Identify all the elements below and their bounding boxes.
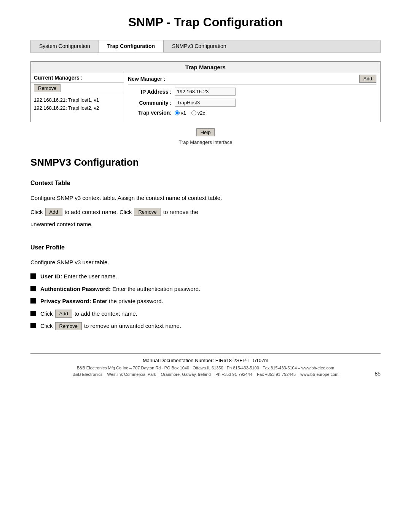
trap-managers-title: Trap Managers: [31, 62, 380, 72]
ip-address-label: IP Address :: [128, 89, 172, 95]
current-managers-list: 192.168.16.21: TrapHost1, v1 192.168.16.…: [31, 94, 124, 115]
bullet-auth-bold: Authentication Password:: [40, 286, 111, 292]
snmpv3-title: SNMPV3 Configuration: [30, 157, 381, 168]
tab-trap-config[interactable]: Trap Configuration: [99, 40, 164, 53]
user-profile-description: Configure SNMP v3 user table.: [30, 258, 381, 267]
bullet-icon-4: [30, 311, 36, 316]
context-table-title: Context Table: [30, 180, 381, 187]
manager-entry-2: 192.168.16.22: TrapHost2, v2: [34, 104, 121, 112]
new-manager-header: New Manager :: [128, 76, 166, 82]
trap-managers-body: Current Managers : Remove 192.168.16.21:…: [31, 72, 380, 122]
user-profile-subsection: User Profile Configure SNMP v3 user tabl…: [30, 244, 381, 331]
add-instruction-suffix: to remove the: [163, 209, 198, 215]
footer-address-line1: B&B Electronics Mfg Co Inc – 707 Dayton …: [30, 365, 381, 372]
bullet-icon-2: [30, 286, 36, 291]
manager-entry-1: 192.168.16.21: TrapHost1, v1: [34, 96, 121, 104]
context-table-instruction: Click Add to add context name. Click Rem…: [30, 208, 381, 216]
ip-address-row: IP Address :: [128, 88, 376, 96]
new-manager-col: New Manager : Add IP Address : Community…: [124, 72, 380, 122]
new-manager-fields: IP Address : Community : Trap version: v…: [128, 85, 376, 122]
trap-version-v1-radio[interactable]: [175, 110, 180, 115]
bullet-privacy-text: Privacy Password: Enter the private pass…: [40, 297, 163, 306]
bullet-icon-5: [30, 323, 36, 328]
trap-version-row: Trap version: v1 v2c: [128, 110, 376, 116]
page-number: 85: [374, 371, 381, 377]
remove-button[interactable]: Remove: [34, 84, 61, 92]
caption-text: Trap Managers interface: [30, 139, 381, 145]
help-button[interactable]: Help: [196, 128, 215, 136]
context-add-button[interactable]: Add: [45, 208, 62, 216]
trap-version-v2c-radio[interactable]: [191, 110, 196, 115]
page-footer: Manual Documentation Number: EIR618-2SFP…: [30, 353, 381, 378]
trap-version-label: Trap version:: [128, 110, 172, 116]
new-manager-header-row: New Manager : Add: [128, 72, 376, 85]
user-profile-bullet-list: User ID: Enter the user name. Authentica…: [30, 272, 381, 331]
trap-managers-section: Trap Managers Current Managers : Remove …: [30, 61, 381, 122]
context-remove-button[interactable]: Remove: [134, 208, 161, 216]
ip-address-input[interactable]: [175, 88, 236, 96]
bullet-add-context: Click Add to add the context name.: [30, 310, 381, 318]
tab-system-config[interactable]: System Configuration: [31, 40, 99, 53]
bullet-add-context-text: Click Add to add the context name.: [40, 310, 137, 318]
current-managers-header: Current Managers :: [31, 72, 124, 83]
bullet-remove-context: Click Remove to remove an unwanted conte…: [30, 322, 381, 331]
trap-version-v2c-option[interactable]: v2c: [191, 110, 205, 116]
context-table-subsection: Context Table Configure SNMP v3 context …: [30, 180, 381, 229]
community-input[interactable]: [175, 99, 236, 107]
trap-version-v1-option[interactable]: v1: [175, 110, 186, 116]
bullet-privacy-bold: Privacy Password: Enter: [40, 298, 107, 304]
add-manager-button[interactable]: Add: [359, 75, 376, 83]
page-title: SNMP - Trap Configuration: [30, 15, 381, 29]
tab-snmpv3-config[interactable]: SNMPv3 Configuration: [164, 40, 234, 53]
add-instruction-prefix: Click: [30, 209, 43, 215]
bullet-user-id: User ID: Enter the user name.: [30, 272, 381, 281]
user-profile-title: User Profile: [30, 244, 381, 251]
community-label: Community :: [128, 100, 172, 106]
add-instruction-mid: to add context name. Click: [65, 209, 132, 215]
bullet-user-id-bold: User ID:: [40, 273, 62, 280]
bullet-user-id-text: User ID: Enter the user name.: [40, 272, 117, 281]
bullet-auth-text: Authentication Password: Enter the authe…: [40, 285, 200, 294]
context-table-description: Configure SNMP v3 context table. Assign …: [30, 193, 381, 203]
tabs-bar: System Configuration Trap Configuration …: [30, 40, 381, 53]
user-profile-remove-button[interactable]: Remove: [55, 322, 82, 330]
community-row: Community :: [128, 99, 376, 107]
current-managers-col: Current Managers : Remove 192.168.16.21:…: [31, 72, 124, 122]
bullet-auth-password: Authentication Password: Enter the authe…: [30, 285, 381, 294]
remove-btn-row: Remove: [31, 83, 124, 94]
help-row: Help: [30, 128, 381, 136]
user-profile-add-button[interactable]: Add: [55, 310, 72, 318]
bullet-remove-context-text: Click Remove to remove an unwanted conte…: [40, 322, 181, 331]
context-table-instruction-line2: unwanted context name.: [30, 220, 381, 229]
footer-doc-number: Manual Documentation Number: EIR618-2SFP…: [30, 358, 381, 363]
footer-address-line2: B&B Electronics – Westlink Commercial Pa…: [30, 371, 381, 378]
bullet-icon-1: [30, 273, 36, 279]
bullet-privacy-password: Privacy Password: Enter the private pass…: [30, 297, 381, 306]
trap-version-radio-group: v1 v2c: [175, 110, 205, 116]
bullet-icon-3: [30, 298, 36, 304]
